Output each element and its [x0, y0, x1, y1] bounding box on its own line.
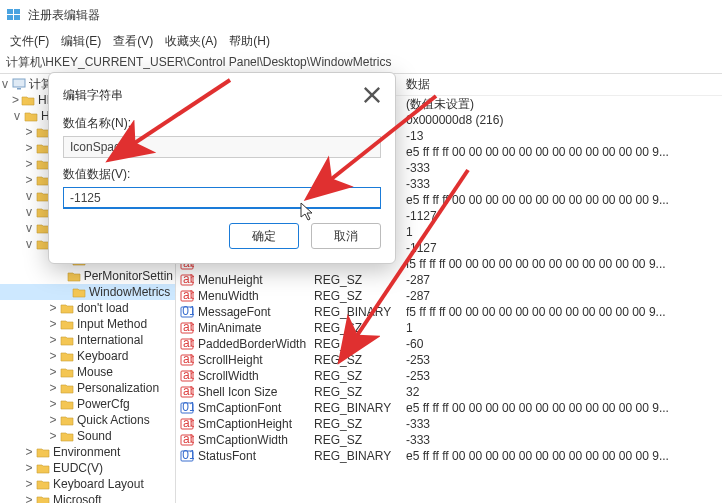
value-name: MessageFont	[198, 305, 271, 319]
value-data: f5 ff ff ff 00 00 00 00 00 00 00 00 00 0…	[406, 257, 722, 271]
list-row[interactable]: abSmCaptionWidthREG_SZ-333	[176, 432, 722, 448]
value-icon: ab	[180, 369, 194, 383]
list-row[interactable]: abScrollHeightREG_SZ-253	[176, 352, 722, 368]
svg-rect-4	[13, 79, 25, 87]
svg-text:ab: ab	[183, 337, 194, 350]
tree-item[interactable]: >Sound	[0, 428, 175, 444]
value-data: -287	[406, 289, 722, 303]
expand-icon[interactable]: v	[24, 221, 34, 235]
menu-file[interactable]: 文件(F)	[4, 31, 55, 52]
value-data: -333	[406, 161, 722, 175]
tree-item[interactable]: >Keyboard Layout	[0, 476, 175, 492]
value-icon: 011	[180, 401, 194, 415]
data-input[interactable]	[63, 187, 381, 209]
tree-item[interactable]: >Microsoft	[0, 492, 175, 503]
window-title: 注册表编辑器	[28, 7, 100, 24]
value-data: 1	[406, 225, 722, 239]
folder-icon	[36, 478, 50, 490]
data-label: 数值数据(V):	[63, 166, 381, 183]
tree-item[interactable]: >PowerCfg	[0, 396, 175, 412]
dialog-title: 编辑字符串	[63, 87, 123, 104]
list-row[interactable]: abMenuWidthREG_SZ-287	[176, 288, 722, 304]
expand-icon[interactable]: >	[48, 365, 58, 379]
expand-icon[interactable]: v	[24, 189, 34, 203]
value-icon: ab	[180, 273, 194, 287]
menu-edit[interactable]: 编辑(E)	[55, 31, 107, 52]
value-type: REG_SZ	[314, 321, 406, 335]
ok-button[interactable]: 确定	[229, 223, 299, 249]
tree-label: Microsoft	[53, 493, 102, 503]
folder-icon	[72, 286, 86, 298]
svg-text:ab: ab	[183, 369, 194, 382]
tree-item[interactable]: >Mouse	[0, 364, 175, 380]
svg-text:ab: ab	[183, 433, 194, 446]
tree-item[interactable]: >EUDC(V)	[0, 460, 175, 476]
menubar: 文件(F) 编辑(E) 查看(V) 收藏夹(A) 帮助(H)	[0, 30, 722, 52]
expand-icon[interactable]: v	[24, 237, 34, 251]
value-data: -287	[406, 273, 722, 287]
list-row[interactable]: abMinAnimateREG_SZ1	[176, 320, 722, 336]
tree-label: Sound	[77, 429, 112, 443]
value-data: -13	[406, 129, 722, 143]
value-icon: ab	[180, 353, 194, 367]
expand-icon[interactable]: >	[48, 429, 58, 443]
value-name: ScrollWidth	[198, 369, 259, 383]
folder-icon	[60, 366, 74, 378]
svg-rect-1	[14, 9, 20, 14]
value-data: -1127	[406, 241, 722, 255]
tree-item[interactable]: >Keyboard	[0, 348, 175, 364]
expand-icon[interactable]: >	[24, 141, 34, 155]
menu-help[interactable]: 帮助(H)	[223, 31, 276, 52]
value-type: REG_SZ	[314, 273, 406, 287]
list-row[interactable]: abMenuHeightREG_SZ-287	[176, 272, 722, 288]
expand-icon[interactable]: >	[48, 381, 58, 395]
svg-text:ab: ab	[183, 353, 194, 366]
list-row[interactable]: abShell Icon SizeREG_SZ32	[176, 384, 722, 400]
address-bar[interactable]: 计算机\HKEY_CURRENT_USER\Control Panel\Desk…	[0, 52, 722, 74]
tree-item[interactable]: WindowMetrics	[0, 284, 175, 300]
expand-icon[interactable]: >	[24, 493, 34, 503]
value-type: REG_SZ	[314, 289, 406, 303]
list-row[interactable]: abSmCaptionHeightREG_SZ-333	[176, 416, 722, 432]
list-row[interactable]: abPaddedBorderWidthREG_SZ-60	[176, 336, 722, 352]
expand-icon[interactable]: v	[24, 205, 34, 219]
tree-item[interactable]: >Personalization	[0, 380, 175, 396]
col-data[interactable]: 数据	[406, 76, 722, 93]
list-row[interactable]: 011MessageFontREG_BINARYf5 ff ff ff 00 0…	[176, 304, 722, 320]
expand-icon[interactable]: >	[48, 413, 58, 427]
expand-icon[interactable]: >	[24, 125, 34, 139]
tree-item[interactable]: >Quick Actions	[0, 412, 175, 428]
folder-icon	[12, 78, 26, 90]
expand-icon[interactable]: v	[0, 77, 10, 91]
folder-icon	[60, 318, 74, 330]
list-row[interactable]: 011StatusFontREG_BINARYe5 ff ff ff 00 00…	[176, 448, 722, 464]
tree-item[interactable]: >Environment	[0, 444, 175, 460]
expand-icon[interactable]: >	[24, 477, 34, 491]
menu-view[interactable]: 查看(V)	[107, 31, 159, 52]
expand-icon[interactable]: >	[12, 93, 19, 107]
value-icon: ab	[180, 289, 194, 303]
expand-icon[interactable]: >	[48, 301, 58, 315]
expand-icon[interactable]: >	[24, 461, 34, 475]
window-titlebar: 注册表编辑器	[0, 0, 722, 30]
expand-icon[interactable]: >	[48, 397, 58, 411]
expand-icon[interactable]: v	[12, 109, 22, 123]
tree-item[interactable]: PerMonitorSettin	[0, 268, 175, 284]
menu-favorites[interactable]: 收藏夹(A)	[159, 31, 223, 52]
list-row[interactable]: 011SmCaptionFontREG_BINARYe5 ff ff ff 00…	[176, 400, 722, 416]
name-input[interactable]	[63, 136, 381, 158]
expand-icon[interactable]: >	[24, 173, 34, 187]
expand-icon[interactable]: >	[24, 157, 34, 171]
tree-item[interactable]: >International	[0, 332, 175, 348]
edit-string-dialog: 编辑字符串 数值名称(N): 数值数据(V): 确定 取消	[48, 72, 396, 264]
value-type: REG_SZ	[314, 417, 406, 431]
tree-item[interactable]: >Input Method	[0, 316, 175, 332]
expand-icon[interactable]: >	[48, 317, 58, 331]
expand-icon[interactable]: >	[48, 349, 58, 363]
close-icon[interactable]	[363, 86, 381, 104]
expand-icon[interactable]: >	[48, 333, 58, 347]
list-row[interactable]: abScrollWidthREG_SZ-253	[176, 368, 722, 384]
cancel-button[interactable]: 取消	[311, 223, 381, 249]
expand-icon[interactable]: >	[24, 445, 34, 459]
tree-item[interactable]: >don't load	[0, 300, 175, 316]
